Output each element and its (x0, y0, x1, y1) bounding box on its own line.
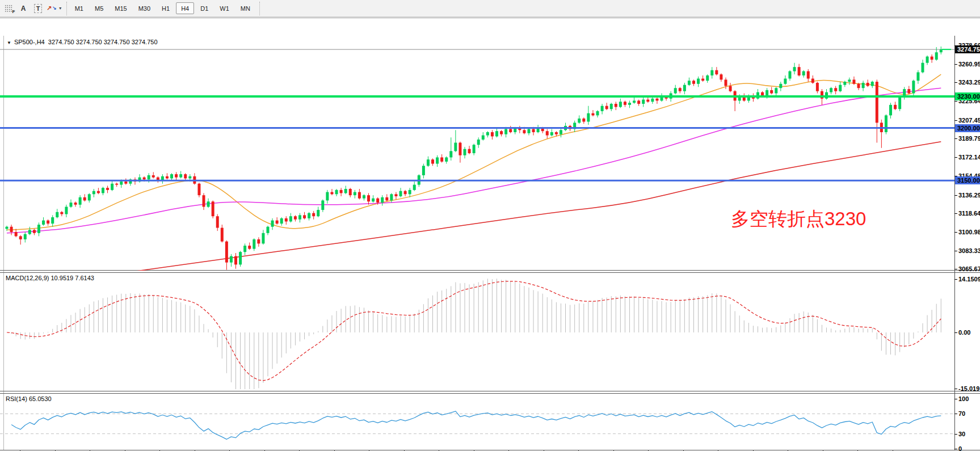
macd-axis-label: 0.00 (958, 329, 970, 336)
price-axis-label: 3136.295 (958, 192, 980, 199)
rsi-axis-tick (954, 449, 957, 449)
rsi-axis-label: 0 (958, 445, 962, 451)
macd-label: MACD(12,26,9) 10.9519 7.6143 (6, 275, 94, 281)
price-axis-tick (954, 101, 957, 102)
price-axis-tick (954, 232, 957, 233)
price-axis-tick (954, 120, 957, 121)
timeframe-m1[interactable]: M1 (70, 2, 89, 14)
text-label-button[interactable]: A (16, 2, 30, 15)
macd-axis-tick (954, 279, 957, 280)
rsi-axis-tick (954, 399, 957, 399)
price-badge: 3200.000 (955, 124, 980, 132)
candles-layer (6, 47, 943, 270)
chart-window: ▼SP500-,H4 3274.750 3274.750 3274.750 32… (0, 18, 980, 451)
price-axis-tick (954, 82, 957, 83)
chart-title: ▼SP500-,H4 3274.750 3274.750 3274.750 32… (7, 39, 158, 45)
price-panel: 3278.6053260.9503243.2953225.6403207.450… (0, 36, 980, 271)
macd-panel: MACD(12,26,9) 10.9519 7.6143 14.15090.00… (0, 272, 980, 391)
timeframe-w1[interactable]: W1 (214, 2, 234, 14)
timeframe-d1[interactable]: D1 (195, 2, 213, 14)
letter-t-icon: T (34, 4, 43, 13)
price-axis-label: 3172.140 (958, 154, 980, 161)
price-badge: 3230.000 (955, 92, 980, 100)
price-axis-label: 3118.640 (958, 210, 980, 217)
rsi-axis-label: 30 (958, 431, 965, 437)
price-axis-tick (954, 213, 957, 214)
rsi-axis-label: 70 (958, 410, 965, 417)
timeframe-mn[interactable]: MN (235, 2, 255, 14)
price-axis-tick (954, 269, 957, 269)
macd-axis-tick (954, 332, 957, 333)
price-axis-tick (954, 138, 957, 139)
rsi-panel: RSI(14) 65.0530 10070300 (0, 393, 980, 450)
timeframe-h1[interactable]: H1 (157, 2, 175, 14)
toolbar-separator (66, 2, 67, 15)
arrows-icon: ↗ ↘ (47, 5, 57, 11)
price-badge: 3274.750 (955, 45, 980, 53)
timeframe-m15[interactable]: M15 (110, 2, 132, 14)
price-axis-label: 3189.795 (958, 135, 980, 142)
price-axis-label: 3083.330 (958, 247, 980, 254)
price-axis-label: 3065.675 (958, 265, 980, 272)
price-axis-tick (954, 157, 957, 158)
timeframe-m5[interactable]: M5 (90, 2, 108, 14)
macd-histogram (7, 279, 941, 389)
rsi-label: RSI(14) 65.0530 (6, 395, 52, 402)
draw-objects-button[interactable]: ↗ ↘ ▼ (46, 2, 63, 15)
rsi-axis-tick (954, 414, 957, 414)
annotation-text: 多空转折点3230 (731, 209, 866, 228)
letter-a-icon: A (21, 5, 26, 12)
timeframe-toolbar: M1M5M15M30H1H4D1W1MN (70, 2, 256, 14)
macd-chart (0, 273, 954, 391)
grid-f-label: F (12, 10, 15, 14)
rsi-chart (0, 394, 954, 450)
price-axis-label: 3260.950 (958, 61, 980, 68)
chevron-down-icon: ▼ (58, 6, 62, 10)
rsi-axis-label: 100 (958, 395, 969, 402)
price-axis-tick (954, 64, 957, 65)
grid-icon: F (5, 5, 13, 12)
macd-axis-label: 14.1509 (958, 276, 980, 283)
symbol-dropdown-icon[interactable]: ▼ (7, 40, 11, 45)
rsi-axis-tick (954, 434, 957, 435)
price-axis-label: 3100.985 (958, 229, 980, 235)
price-axis-tick (954, 251, 957, 251)
price-axis-tick (954, 195, 957, 196)
chart-title-text: SP500-,H4 3274.750 3274.750 3274.750 327… (14, 39, 158, 45)
candlestick-chart (0, 36, 954, 271)
slow-ma-line (131, 142, 941, 271)
timeframe-m30[interactable]: M30 (133, 2, 155, 14)
timeframe-h4[interactable]: H4 (176, 2, 194, 14)
rsi-line (11, 411, 941, 440)
macd-axis-label: -15.019 (958, 385, 979, 392)
price-axis-label: 3207.450 (958, 117, 980, 124)
chart-grid-button[interactable]: F (2, 2, 15, 15)
text-box-button[interactable]: T (31, 2, 45, 15)
price-badge: 3150.000 (955, 176, 980, 184)
toolbar: F A T ↗ ↘ ▼ M1M5M15M30H1H4D1W1MN (0, 0, 980, 17)
toolbar-separator (259, 2, 260, 15)
price-axis-label: 3243.295 (958, 79, 980, 86)
macd-axis-tick (954, 389, 957, 389)
trading-terminal-window: F A T ↗ ↘ ▼ M1M5M15M30H1H4D1W1MN ▼SP500-… (0, 0, 980, 451)
